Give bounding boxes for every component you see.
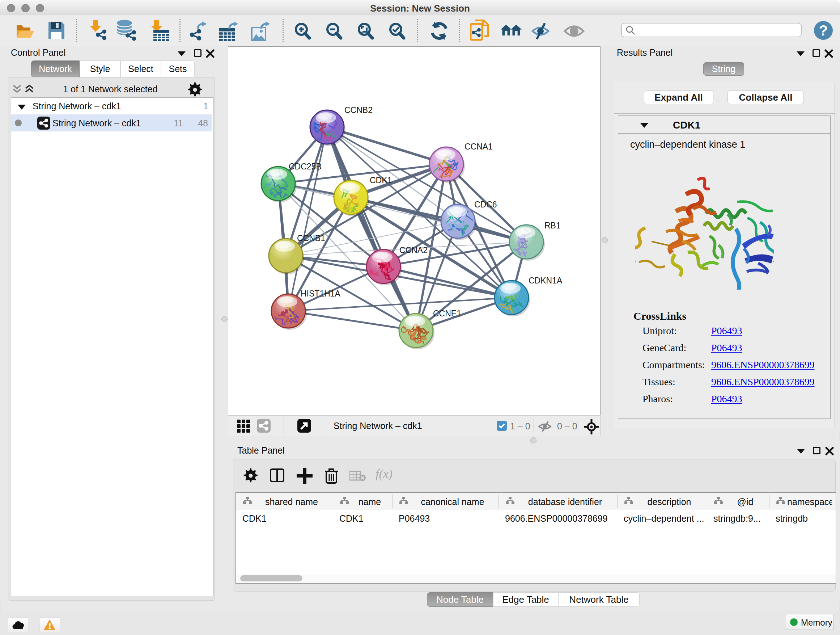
- svg-text:CDK1: CDK1: [370, 176, 392, 185]
- svg-text:CCNB2: CCNB2: [344, 105, 373, 115]
- svg-text:CCNA2: CCNA2: [399, 245, 428, 255]
- svg-text:CDC6: CDC6: [474, 200, 497, 209]
- svg-text:CDC25B: CDC25B: [289, 162, 322, 171]
- svg-text:CDKN1A: CDKN1A: [529, 276, 562, 285]
- svg-text:CCNE1: CCNE1: [433, 309, 461, 318]
- svg-text:CCNA1: CCNA1: [464, 142, 493, 151]
- svg-text:RB1: RB1: [545, 221, 561, 230]
- svg-text:CCNB1: CCNB1: [297, 233, 325, 243]
- svg-text:HIST1H1A: HIST1H1A: [301, 289, 341, 298]
